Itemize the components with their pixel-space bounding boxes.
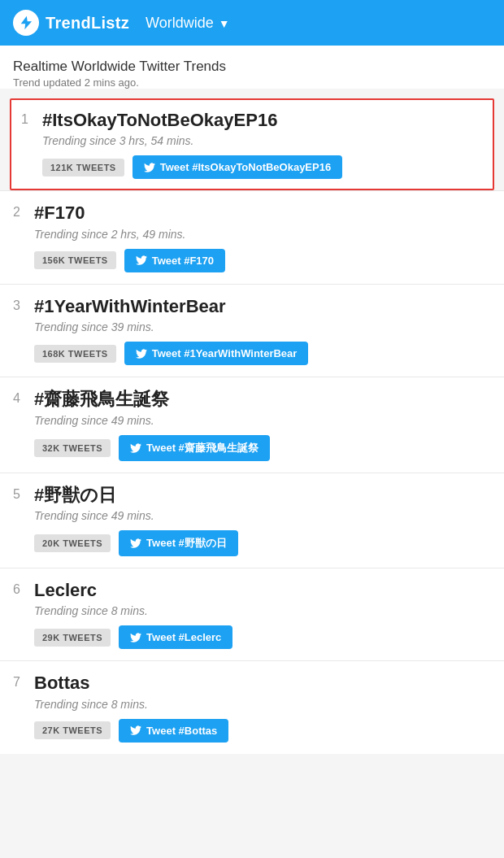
trend-since: Trending since 3 hrs, 54 mins. — [42, 134, 483, 147]
trend-name: #1YearWithWinterBear — [34, 296, 491, 317]
trend-name: #野獣の日 — [34, 485, 491, 506]
trend-content: #齋藤飛鳥生誕祭 Trending since 49 mins. 32K TWE… — [34, 389, 491, 460]
logo-icon — [13, 10, 39, 36]
tweet-button[interactable]: Tweet #Leclerc — [119, 625, 232, 649]
trend-rank: 3 — [13, 296, 26, 313]
tweet-count-badge: 29K TWEETS — [34, 629, 111, 647]
trend-name: Bottas — [34, 673, 491, 694]
trend-item: 6 Leclerc Trending since 8 mins. 29K TWE… — [0, 568, 504, 660]
twitter-bird-icon — [130, 538, 141, 549]
trend-rank: 6 — [13, 580, 26, 597]
trend-actions: 168K TWEETS Tweet #1YearWithWinterBear — [34, 342, 491, 365]
trend-name: #齋藤飛鳥生誕祭 — [34, 389, 491, 410]
trend-rank: 7 — [13, 673, 26, 690]
trend-item: 5 #野獣の日 Trending since 49 mins. 20K TWEE… — [0, 473, 504, 568]
tweet-count-badge: 121K TWEETS — [42, 159, 124, 176]
trend-actions: 32K TWEETS Tweet #齋藤飛鳥生誕祭 — [34, 435, 491, 461]
trend-actions: 27K TWEETS Tweet #Bottas — [34, 719, 491, 743]
tweet-count-badge: 27K TWEETS — [34, 721, 111, 739]
lightning-icon — [18, 15, 34, 31]
trend-name: Leclerc — [34, 580, 491, 601]
trend-content: #ItsOkayToNotBeOkayEP16 Trending since 3… — [42, 110, 483, 179]
tweet-count-badge: 32K TWEETS — [34, 439, 111, 457]
trend-actions: 121K TWEETS Tweet #ItsOkayToNotBeOkayEP1… — [42, 155, 483, 179]
update-status: Trend updated 2 mins ago. — [13, 76, 491, 89]
tweet-button[interactable]: Tweet #F170 — [124, 249, 225, 272]
twitter-bird-icon — [136, 348, 147, 359]
twitter-bird-icon — [130, 442, 141, 454]
page-header: Realtime Worldwide Twitter Trends Trend … — [0, 46, 504, 89]
trend-since: Trending since 2 hrs, 49 mins. — [34, 228, 491, 241]
app-header: TrendListz Worldwide ▼ — [0, 0, 504, 46]
twitter-bird-icon — [144, 162, 155, 173]
twitter-bird-icon — [130, 725, 141, 736]
trend-content: #1YearWithWinterBear Trending since 39 m… — [34, 296, 491, 365]
trends-list: 1 #ItsOkayToNotBeOkayEP16 Trending since… — [0, 98, 504, 754]
tweet-count-badge: 156K TWEETS — [34, 251, 116, 269]
page-title: Realtime Worldwide Twitter Trends — [13, 59, 491, 75]
trend-actions: 29K TWEETS Tweet #Leclerc — [34, 625, 491, 649]
location-label: Worldwide — [146, 15, 214, 32]
trend-rank: 2 — [13, 203, 26, 220]
trend-content: Leclerc Trending since 8 mins. 29K TWEET… — [34, 580, 491, 649]
tweet-count-badge: 168K TWEETS — [34, 345, 116, 363]
chevron-down-icon: ▼ — [219, 17, 230, 30]
tweet-button[interactable]: Tweet #齋藤飛鳥生誕祭 — [119, 435, 270, 461]
tweet-button[interactable]: Tweet #ItsOkayToNotBeOkayEP16 — [133, 155, 343, 179]
logo-text: TrendListz — [46, 14, 129, 33]
trend-item: 7 Bottas Trending since 8 mins. 27K TWEE… — [0, 660, 504, 753]
trend-name: #F170 — [34, 203, 491, 224]
trend-content: #F170 Trending since 2 hrs, 49 mins. 156… — [34, 203, 491, 272]
trend-item: 3 #1YearWithWinterBear Trending since 39… — [0, 284, 504, 377]
tweet-count-badge: 20K TWEETS — [34, 534, 111, 552]
twitter-bird-icon — [130, 632, 141, 643]
trend-actions: 20K TWEETS Tweet #野獣の日 — [34, 530, 491, 556]
twitter-bird-icon — [136, 255, 147, 266]
trend-rank: 4 — [13, 389, 26, 406]
trend-since: Trending since 49 mins. — [34, 414, 491, 427]
trend-actions: 156K TWEETS Tweet #F170 — [34, 249, 491, 272]
trend-content: #野獣の日 Trending since 49 mins. 20K TWEETS… — [34, 485, 491, 556]
trend-rank: 1 — [21, 110, 34, 127]
trend-since: Trending since 8 mins. — [34, 604, 491, 617]
logo: TrendListz — [13, 10, 129, 36]
trend-content: Bottas Trending since 8 mins. 27K TWEETS… — [34, 673, 491, 742]
tweet-button[interactable]: Tweet #1YearWithWinterBear — [124, 342, 309, 365]
trend-name: #ItsOkayToNotBeOkayEP16 — [42, 110, 483, 131]
trend-item: 4 #齋藤飛鳥生誕祭 Trending since 49 mins. 32K T… — [0, 377, 504, 472]
trend-since: Trending since 8 mins. — [34, 698, 491, 711]
trend-rank: 5 — [13, 485, 26, 502]
location-selector[interactable]: Worldwide ▼ — [146, 15, 230, 32]
trend-since: Trending since 39 mins. — [34, 320, 491, 333]
tweet-button[interactable]: Tweet #野獣の日 — [119, 530, 238, 556]
trend-item: 2 #F170 Trending since 2 hrs, 49 mins. 1… — [0, 190, 504, 283]
trend-since: Trending since 49 mins. — [34, 509, 491, 522]
trend-item: 1 #ItsOkayToNotBeOkayEP16 Trending since… — [10, 98, 494, 190]
tweet-button[interactable]: Tweet #Bottas — [119, 719, 228, 743]
